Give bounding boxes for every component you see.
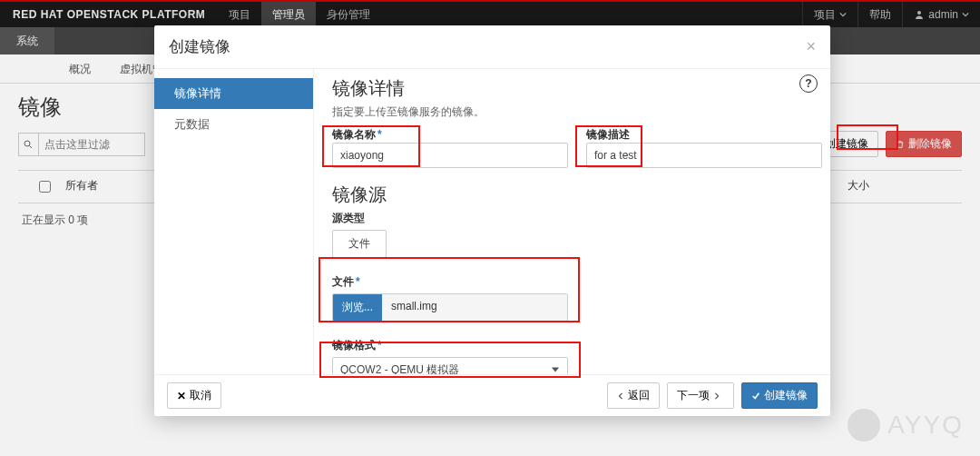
section-source-heading: 镜像源 <box>332 183 812 207</box>
modal-title: 创建镜像 <box>169 36 230 57</box>
modal-body: 镜像详情 元数据 ? 镜像详情 指定要上传至镜像服务的镜像。 镜像名称* 镜像描… <box>154 69 830 374</box>
submit-create-button[interactable]: 创建镜像 <box>741 382 818 409</box>
chevron-left-icon <box>617 392 624 401</box>
input-image-name[interactable] <box>332 143 568 168</box>
wizard-steps: 镜像详情 元数据 <box>154 69 314 374</box>
file-name: small.img <box>382 294 567 321</box>
watermark: AYYQ <box>848 409 964 441</box>
label-format: 镜像格式* <box>332 338 812 353</box>
watermark-text: AYYQ <box>887 411 964 440</box>
check-icon <box>751 392 760 401</box>
row-name-desc: 镜像名称* 镜像描述 <box>332 124 812 168</box>
wizard-content: ? 镜像详情 指定要上传至镜像服务的镜像。 镜像名称* 镜像描述 镜像源 源类型… <box>314 69 830 374</box>
back-button[interactable]: 返回 <box>607 382 660 409</box>
close-icon: ✕ <box>177 390 186 402</box>
step-image-details[interactable]: 镜像详情 <box>154 78 313 109</box>
group-file: 文件* 浏览... small.img <box>332 274 812 322</box>
source-type-button[interactable]: 文件 <box>332 230 387 258</box>
group-source-type: 源类型 文件 <box>332 211 812 258</box>
label-image-name: 镜像名称* <box>332 127 568 143</box>
modal-header: 创建镜像 × <box>154 25 830 69</box>
group-desc: 镜像描述 <box>586 127 822 168</box>
group-name: 镜像名称* <box>332 127 568 168</box>
section-details-heading: 镜像详情 <box>332 76 812 101</box>
section-details-desc: 指定要上传至镜像服务的镜像。 <box>332 104 812 120</box>
group-format: 镜像格式* QCOW2 - QEMU 模拟器 <box>332 338 812 374</box>
select-image-format[interactable]: QCOW2 - QEMU 模拟器 <box>332 357 568 374</box>
file-picker[interactable]: 浏览... small.img <box>332 293 568 322</box>
label-image-desc: 镜像描述 <box>586 127 822 143</box>
help-icon[interactable]: ? <box>799 74 818 93</box>
step-metadata[interactable]: 元数据 <box>154 109 313 140</box>
chevron-right-icon <box>713 392 720 401</box>
modal-footer: ✕取消 返回 下一项 创建镜像 <box>154 374 830 416</box>
cancel-button[interactable]: ✕取消 <box>167 382 221 409</box>
browse-button[interactable]: 浏览... <box>333 294 382 321</box>
wechat-icon <box>848 409 880 441</box>
input-image-desc[interactable] <box>586 143 822 168</box>
label-source-type: 源类型 <box>332 211 812 226</box>
create-image-modal: 创建镜像 × 镜像详情 元数据 ? 镜像详情 指定要上传至镜像服务的镜像。 镜像… <box>154 25 830 416</box>
next-button[interactable]: 下一项 <box>667 382 734 409</box>
close-icon[interactable]: × <box>806 37 816 56</box>
label-file: 文件* <box>332 274 812 290</box>
